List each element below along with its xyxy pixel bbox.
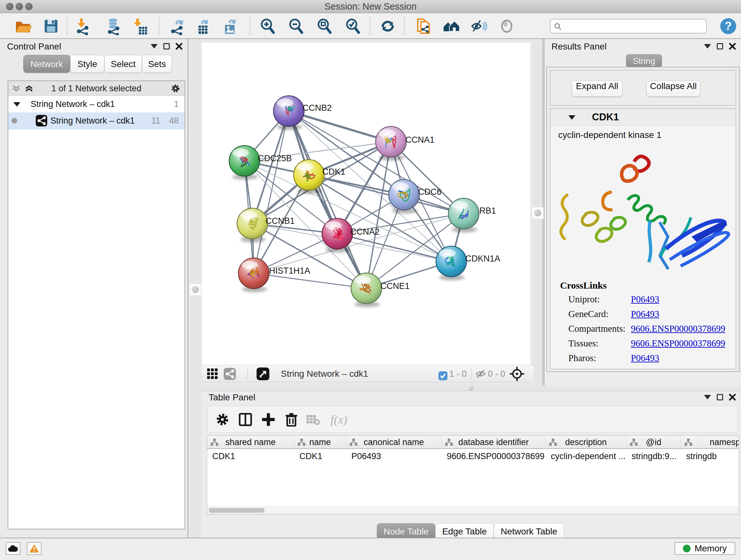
- crosslink-row: GeneCard:P06493: [568, 309, 609, 323]
- cell-shared-name[interactable]: CDK1: [207, 449, 294, 463]
- table-float-icon[interactable]: [717, 394, 723, 400]
- node-RB1[interactable]: RB1: [448, 198, 496, 233]
- node-CCNA2[interactable]: CCNA2: [322, 219, 380, 253]
- edge-CCNB2-CCNE1[interactable]: [289, 111, 366, 288]
- column-header-namespace[interactable]: namespace: [681, 435, 739, 449]
- cell-canonical-name[interactable]: P06493: [346, 449, 442, 463]
- crosslink-link[interactable]: P06493: [631, 309, 659, 319]
- horizontal-splitter[interactable]: [202, 386, 741, 391]
- column-header-name[interactable]: name: [294, 435, 346, 449]
- zoom-out-icon[interactable]: [286, 17, 306, 36]
- expand-all-button[interactable]: Expand All: [571, 81, 623, 97]
- tab-select[interactable]: Select: [105, 55, 142, 73]
- results-panel-title: Results Panel: [551, 42, 607, 52]
- results-float-icon[interactable]: [717, 43, 723, 50]
- birdseye-crosshair-icon[interactable]: [509, 366, 525, 381]
- zoom-selected-icon[interactable]: [343, 17, 362, 36]
- import-network-database-icon[interactable]: [104, 17, 123, 36]
- preview-eye-icon[interactable]: [497, 17, 516, 36]
- horizontal-scrollbar[interactable]: [207, 506, 739, 514]
- open-in-window-icon[interactable]: [257, 368, 269, 380]
- tab-network[interactable]: Network: [23, 55, 70, 73]
- table-menu-icon[interactable]: [704, 395, 711, 399]
- zoom-in-icon[interactable]: [258, 17, 277, 36]
- cell-id[interactable]: stringdb:9...: [626, 449, 681, 463]
- results-close-icon[interactable]: [729, 43, 736, 50]
- share-document-icon[interactable]: [414, 17, 433, 36]
- table-close-icon[interactable]: [729, 394, 736, 401]
- tab-network-table[interactable]: Network Table: [494, 523, 564, 539]
- tab-string[interactable]: String: [626, 54, 662, 67]
- right-splitter[interactable]: [534, 39, 543, 386]
- home-pages-icon[interactable]: [441, 17, 460, 36]
- tab-sets[interactable]: Sets: [142, 55, 172, 73]
- tab-node-table[interactable]: Node Table: [377, 523, 435, 539]
- crosslink-link[interactable]: 9606.ENSP00000378699: [631, 323, 725, 334]
- node-result-header[interactable]: CDK1: [550, 109, 736, 125]
- warning-button[interactable]: [27, 542, 42, 555]
- table-panel: Table Panel f(x) shared namenamecanonica…: [202, 391, 741, 538]
- left-splitter[interactable]: [189, 39, 202, 538]
- column-header-canonical-name[interactable]: canonical name: [346, 435, 442, 449]
- crosslink-link[interactable]: P06493: [631, 353, 659, 363]
- tab-edge-table[interactable]: Edge Table: [435, 523, 494, 539]
- table-row[interactable]: CDK1CDK1P064939606.ENSP00000378699cyclin…: [207, 449, 739, 463]
- export-network-icon[interactable]: [169, 17, 188, 36]
- panel-menu-icon[interactable]: [151, 44, 158, 49]
- edge-HIST1H1A-CCNE1[interactable]: [254, 273, 366, 288]
- column-header-database-identifier[interactable]: database identifier: [442, 435, 546, 449]
- horizontal-splitter-handle[interactable]: [469, 386, 474, 391]
- collapse-all-button[interactable]: Collapse All: [646, 81, 700, 97]
- import-table-icon[interactable]: [131, 17, 150, 36]
- network-row[interactable]: String Network – cdk1 11 48: [8, 112, 185, 130]
- table-settings-gear-icon[interactable]: [213, 411, 231, 428]
- panel-close-icon[interactable]: [176, 43, 183, 50]
- cell-database-identifier[interactable]: 9606.ENSP00000378699: [442, 449, 546, 463]
- collection-expand-icon[interactable]: [13, 102, 20, 107]
- node-CCNB2[interactable]: CCNB2: [273, 96, 332, 130]
- cloud-button[interactable]: [6, 542, 20, 555]
- results-menu-icon[interactable]: [704, 44, 711, 49]
- memory-button[interactable]: Memory: [675, 542, 735, 555]
- tab-style[interactable]: Style: [70, 55, 105, 73]
- network-canvas[interactable]: CCNB2CCNA1CDC25BCDK1CDC6RB1CCNB1CCNA2CDK…: [202, 43, 530, 365]
- edge-CCNB2-HIST1H1A[interactable]: [254, 111, 289, 273]
- column-header-shared-name[interactable]: shared name: [207, 435, 294, 449]
- help-icon[interactable]: ?: [719, 17, 738, 36]
- crosslink-link[interactable]: P06493: [631, 294, 659, 305]
- result-collapse-icon[interactable]: [568, 115, 576, 120]
- add-column-icon[interactable]: [259, 411, 277, 428]
- network-collection-row[interactable]: String Network – cdk1 1: [8, 96, 185, 112]
- export-image-icon[interactable]: [220, 17, 240, 36]
- columns-icon[interactable]: [237, 411, 254, 428]
- node-CDKN1A[interactable]: CDKN1A: [436, 246, 500, 280]
- export-table-icon[interactable]: [193, 17, 212, 36]
- panel-float-icon[interactable]: [163, 43, 170, 50]
- selected-checkbox-icon[interactable]: [436, 369, 449, 382]
- network-options-gear-icon[interactable]: [171, 84, 180, 93]
- refresh-icon[interactable]: [378, 17, 397, 36]
- open-session-icon[interactable]: [13, 17, 32, 36]
- control-panel: Control Panel NetworkStyleSelectSets 1 o…: [0, 39, 188, 538]
- node-table[interactable]: shared namenamecanonical namedatabase id…: [207, 435, 739, 514]
- column-header-description[interactable]: description: [546, 435, 626, 449]
- save-session-icon[interactable]: [42, 17, 61, 36]
- right-splitter-handle[interactable]: [534, 209, 541, 216]
- column-header-id[interactable]: @id: [626, 435, 681, 449]
- scrollbar-thumb[interactable]: [209, 508, 265, 513]
- share-view-icon[interactable]: [223, 368, 236, 380]
- node-CDC25B[interactable]: CDC25B: [229, 145, 292, 180]
- import-network-file-icon[interactable]: [74, 17, 93, 36]
- crosslink-label: Tissues:: [568, 338, 598, 348]
- zoom-fit-icon[interactable]: [315, 17, 334, 36]
- crosslink-link[interactable]: 9606.ENSP00000378699: [631, 338, 725, 349]
- delete-column-icon[interactable]: [282, 411, 300, 428]
- hide-unhide-icon[interactable]: [469, 17, 488, 36]
- cell-namespace[interactable]: stringdb: [681, 449, 739, 463]
- search-input[interactable]: [550, 19, 707, 34]
- left-splitter-handle[interactable]: [192, 286, 199, 293]
- edge-CCNB2-CCNA1[interactable]: [289, 111, 391, 142]
- cell-description[interactable]: cyclin-dependent ...: [546, 449, 626, 463]
- grid-view-icon[interactable]: [206, 368, 219, 380]
- cell-name[interactable]: CDK1: [294, 449, 346, 463]
